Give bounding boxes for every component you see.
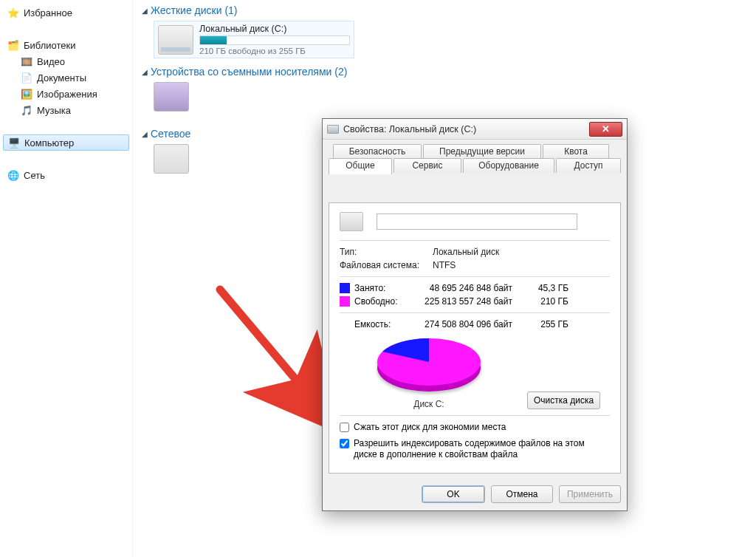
nav-documents[interactable]: 📄 Документы bbox=[0, 69, 132, 86]
nav-libraries[interactable]: 🗂️ Библиотеки bbox=[0, 37, 132, 53]
cap-bytes: 274 508 804 096 байт bbox=[413, 319, 524, 329]
pie-label: Диск C: bbox=[413, 399, 444, 409]
explorer-content: ◢ Жесткие диски (1) Локальный диск (C:) … bbox=[133, 0, 756, 557]
fs-key: Файловая система: bbox=[340, 260, 427, 270]
documents-icon: 📄 bbox=[21, 72, 32, 83]
tab-strip: Безопасность Предыдущие версии Квота Общ… bbox=[329, 144, 621, 174]
drive-c-name: Локальный диск (C:) bbox=[199, 24, 350, 34]
nav-favorites[interactable]: ⭐ Избранное bbox=[0, 4, 132, 21]
close-button[interactable]: ✕ bbox=[589, 122, 622, 137]
usage-pie-chart bbox=[370, 332, 488, 396]
collapse-arrow-icon: ◢ bbox=[142, 7, 148, 15]
nav-favorites-label: Избранное bbox=[24, 7, 72, 18]
index-checkbox[interactable] bbox=[340, 439, 349, 448]
nav-documents-label: Документы bbox=[37, 72, 86, 83]
free-human: 210 ГБ bbox=[524, 296, 568, 307]
tab-hardware[interactable]: Оборудование bbox=[463, 158, 554, 173]
nav-video-label: Видео bbox=[37, 56, 65, 67]
nav-network[interactable]: 🌐 Сеть bbox=[0, 167, 132, 183]
used-swatch-icon bbox=[340, 283, 350, 293]
section-removable-label: Устройства со съемными носителями (2) bbox=[151, 66, 347, 78]
tab-quota[interactable]: Квота bbox=[543, 144, 609, 159]
compress-checkbox[interactable] bbox=[340, 423, 349, 432]
section-network-loc-label: Сетевое bbox=[151, 128, 190, 140]
nav-network-label: Сеть bbox=[24, 170, 45, 181]
close-icon: ✕ bbox=[602, 123, 610, 134]
tab-access[interactable]: Доступ bbox=[556, 158, 621, 173]
nav-libraries-label: Библиотеки bbox=[24, 40, 75, 51]
nav-video[interactable]: 🎞️ Видео bbox=[0, 53, 132, 69]
libraries-icon: 🗂️ bbox=[7, 39, 19, 51]
floppy-drive-icon[interactable] bbox=[154, 82, 189, 112]
type-key: Тип: bbox=[340, 247, 427, 257]
section-removable[interactable]: ◢ Устройства со съемными носителями (2) bbox=[142, 66, 750, 78]
star-icon: ⭐ bbox=[7, 7, 19, 18]
network-drive-icon[interactable] bbox=[154, 144, 189, 174]
dialog-title: Свойства: Локальный диск (C:) bbox=[343, 124, 585, 134]
nav-computer-label: Компьютер bbox=[24, 137, 74, 148]
disk-cleanup-button[interactable]: Очистка диска bbox=[527, 392, 600, 409]
apply-button[interactable]: Применить bbox=[559, 485, 621, 503]
fs-val: NTFS bbox=[433, 260, 456, 270]
computer-icon: 🖥️ bbox=[8, 137, 20, 148]
nav-music-label: Музыка bbox=[37, 105, 71, 116]
drive-c-tile[interactable]: Локальный диск (C:) 210 ГБ свободно из 2… bbox=[154, 21, 354, 58]
section-hdd-label: Жесткие диски (1) bbox=[151, 4, 238, 16]
free-bytes: 225 813 557 248 байт bbox=[413, 296, 524, 307]
cancel-button[interactable]: Отмена bbox=[491, 485, 553, 503]
dialog-button-bar: OK Отмена Применить bbox=[323, 479, 627, 510]
free-key: Свободно: bbox=[354, 296, 413, 307]
images-icon: 🖼️ bbox=[21, 88, 32, 100]
svg-line-0 bbox=[220, 290, 327, 417]
music-icon: 🎵 bbox=[21, 104, 32, 116]
drive-c-stat: 210 ГБ свободно из 255 ГБ bbox=[199, 47, 350, 55]
video-icon: 🎞️ bbox=[21, 55, 32, 67]
tab-previous-versions[interactable]: Предыдущие версии bbox=[423, 144, 541, 159]
drive-icon bbox=[340, 212, 363, 231]
hard-drive-icon bbox=[158, 25, 193, 55]
drive-icon bbox=[327, 125, 339, 134]
collapse-arrow-icon: ◢ bbox=[142, 130, 148, 138]
ok-button[interactable]: OK bbox=[422, 485, 485, 503]
section-hdd[interactable]: ◢ Жесткие диски (1) bbox=[142, 4, 750, 16]
cap-key: Емкость: bbox=[354, 319, 413, 329]
type-val: Локальный диск bbox=[433, 247, 499, 257]
dialog-titlebar[interactable]: Свойства: Локальный диск (C:) ✕ bbox=[323, 119, 627, 140]
tab-general[interactable]: Общие bbox=[329, 158, 392, 174]
index-label[interactable]: Разрешить индексировать содержимое файло… bbox=[354, 438, 610, 461]
nav-music[interactable]: 🎵 Музыка bbox=[0, 102, 132, 118]
drive-label-input[interactable] bbox=[377, 213, 577, 230]
collapse-arrow-icon: ◢ bbox=[142, 68, 148, 76]
explorer-nav-pane: ⭐ Избранное 🗂️ Библиотеки 🎞️ Видео 📄 Док… bbox=[0, 0, 133, 557]
used-bytes: 48 695 246 848 байт bbox=[413, 283, 524, 293]
compress-label[interactable]: Сжать этот диск для экономии места bbox=[354, 422, 506, 434]
used-human: 45,3 ГБ bbox=[524, 283, 568, 293]
cap-human: 255 ГБ bbox=[524, 319, 568, 329]
nav-images-label: Изображения bbox=[37, 89, 97, 100]
tab-service[interactable]: Сервис bbox=[394, 158, 461, 173]
network-icon: 🌐 bbox=[7, 169, 19, 181]
used-key: Занято: bbox=[354, 283, 413, 293]
drive-c-usage-bar bbox=[199, 35, 350, 45]
nav-images[interactable]: 🖼️ Изображения bbox=[0, 86, 132, 102]
tab-general-pane: Тип:Локальный диск Файловая система:NTFS… bbox=[329, 202, 621, 474]
tab-security[interactable]: Безопасность bbox=[333, 144, 422, 159]
free-swatch-icon bbox=[340, 296, 350, 307]
properties-dialog: Свойства: Локальный диск (C:) ✕ Безопасн… bbox=[322, 118, 628, 511]
nav-computer[interactable]: 🖥️ Компьютер bbox=[3, 134, 129, 151]
